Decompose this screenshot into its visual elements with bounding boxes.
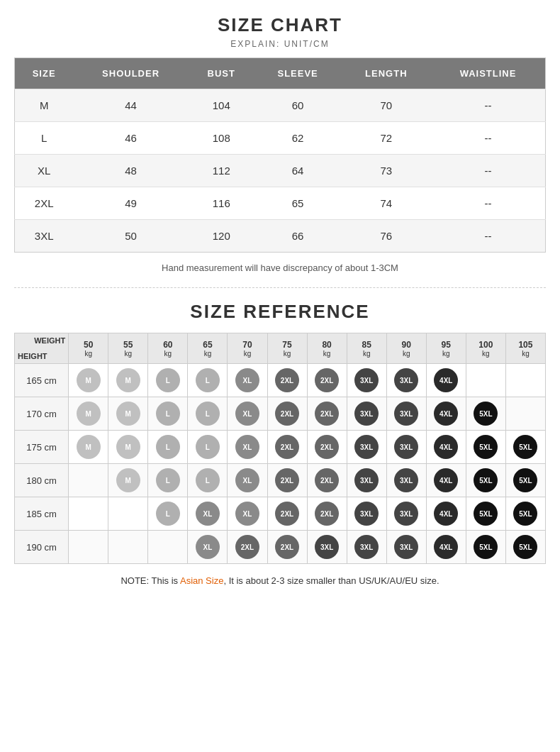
ref-weight-header: 100kg [466,333,505,364]
size-table-cell: 60 [254,89,342,122]
size-table-cell: 72 [342,122,431,155]
size-table-cell: 74 [342,187,431,220]
ref-size-cell: 4XL [426,431,466,464]
ref-size-cell: 3XL [386,531,426,564]
ref-size-cell: 4XL [426,397,466,431]
size-table-cell: -- [431,122,545,155]
size-table-cell: -- [431,220,545,253]
ref-size-cell: L [188,464,228,497]
ref-size-cell: L [188,364,228,397]
ref-table-row: 165 cmMMLLXL2XL2XL3XL3XL4XL [15,364,546,397]
ref-size-cell: 3XL [347,397,386,431]
ref-size-cell [69,531,108,564]
ref-size-cell: XL [188,531,228,564]
ref-table-header: WEIGHTHEIGHT50kg55kg60kg65kg70kg75kg80kg… [15,333,546,364]
ref-size-cell [466,364,505,397]
size-table-cell: 49 [73,187,189,220]
ref-size-cell: 3XL [347,464,386,497]
ref-size-cell: L [188,431,228,464]
size-table-cell: M [15,89,74,122]
size-table-cell: -- [431,89,545,122]
size-table-cell: 108 [189,122,254,155]
note-asian: Asian Size [180,575,223,586]
ref-size-cell: 2XL [307,364,347,397]
size-table-cell: 73 [342,155,431,187]
ref-size-cell [148,531,188,564]
ref-size-cell: L [148,431,188,464]
size-table: SIZESHOULDERBUSTSLEEVELENGTHWAISTLINE M4… [14,57,546,253]
size-table-cell: -- [431,155,545,187]
ref-size-cell: L [148,364,188,397]
size-table-header-cell: SIZE [15,58,74,89]
discrepancy-note: Hand measurement will have discrepancy o… [14,262,546,273]
size-table-cell: 66 [254,220,342,253]
ref-size-cell [69,497,108,531]
ref-table-row: 185 cmLXLXL2XL2XL3XL3XL4XL5XL5XL [15,497,546,531]
size-table-cell: 65 [254,187,342,220]
ref-size-cell: 5XL [505,497,545,531]
ref-size-cell: 3XL [347,497,386,531]
size-table-header-row: SIZESHOULDERBUSTSLEEVELENGTHWAISTLINE [15,58,546,89]
size-table-cell: 3XL [15,220,74,253]
ref-size-cell: 5XL [466,497,505,531]
ref-size-cell: 5XL [466,397,505,431]
ref-size-cell: 3XL [347,431,386,464]
ref-size-cell: M [108,364,148,397]
ref-weight-header: 60kg [148,333,188,364]
size-table-cell: 70 [342,89,431,122]
size-table-cell: XL [15,155,74,187]
ref-size-cell: M [108,464,148,497]
ref-size-cell: 4XL [426,464,466,497]
size-table-row: M441046070-- [15,89,546,122]
ref-size-cell: 2XL [267,464,307,497]
size-chart-subtitle: EXPLAIN: UNIT/CM [14,39,546,49]
size-table-cell: 46 [73,122,189,155]
ref-weight-header: 50kg [69,333,108,364]
size-table-row: 3XL501206676-- [15,220,546,253]
ref-size-cell: 2XL [307,431,347,464]
ref-size-cell [505,364,545,397]
size-table-cell: L [15,122,74,155]
ref-weight-header: 65kg [188,333,228,364]
ref-weight-header: 105kg [505,333,545,364]
note-suffix: , It is about 2-3 size smaller than US/U… [223,575,439,586]
size-table-row: 2XL491166574-- [15,187,546,220]
ref-size-cell: M [69,364,108,397]
size-table-cell: 112 [189,155,254,187]
ref-table-row: 180 cmMLLXL2XL2XL3XL3XL4XL5XL5XL [15,464,546,497]
ref-height-cell: 165 cm [15,364,69,397]
ref-table: WEIGHTHEIGHT50kg55kg60kg65kg70kg75kg80kg… [14,333,546,564]
ref-height-cell: 190 cm [15,531,69,564]
section-divider [14,287,546,288]
ref-size-cell: XL [228,397,267,431]
ref-weight-header: 70kg [228,333,267,364]
ref-size-cell: 4XL [426,531,466,564]
size-table-header: SIZESHOULDERBUSTSLEEVELENGTHWAISTLINE [15,58,546,89]
ref-height-cell: 180 cm [15,464,69,497]
ref-size-cell: XL [228,364,267,397]
size-table-cell: 104 [189,89,254,122]
ref-size-cell: 3XL [307,531,347,564]
ref-size-cell: 2XL [267,431,307,464]
ref-weight-header: 55kg [108,333,148,364]
ref-size-cell: 5XL [505,464,545,497]
note-prefix: NOTE: This is [121,575,180,586]
size-table-cell: 116 [189,187,254,220]
ref-size-cell: 2XL [228,531,267,564]
ref-corner-header: WEIGHTHEIGHT [15,333,69,364]
ref-size-cell: 3XL [386,397,426,431]
ref-size-cell: 5XL [466,531,505,564]
ref-header-row: WEIGHTHEIGHT50kg55kg60kg65kg70kg75kg80kg… [15,333,546,364]
size-table-row: XL481126473-- [15,155,546,187]
ref-size-cell: 3XL [386,497,426,531]
ref-table-row: 190 cmXL2XL2XL3XL3XL3XL4XL5XL5XL [15,531,546,564]
ref-size-cell: 5XL [466,431,505,464]
ref-size-cell: 3XL [386,364,426,397]
size-table-header-cell: SHOULDER [73,58,189,89]
ref-size-cell: 5XL [505,531,545,564]
ref-size-cell: M [108,431,148,464]
size-table-row: L461086272-- [15,122,546,155]
ref-weight-header: 95kg [426,333,466,364]
size-table-cell: 64 [254,155,342,187]
size-table-cell: -- [431,187,545,220]
